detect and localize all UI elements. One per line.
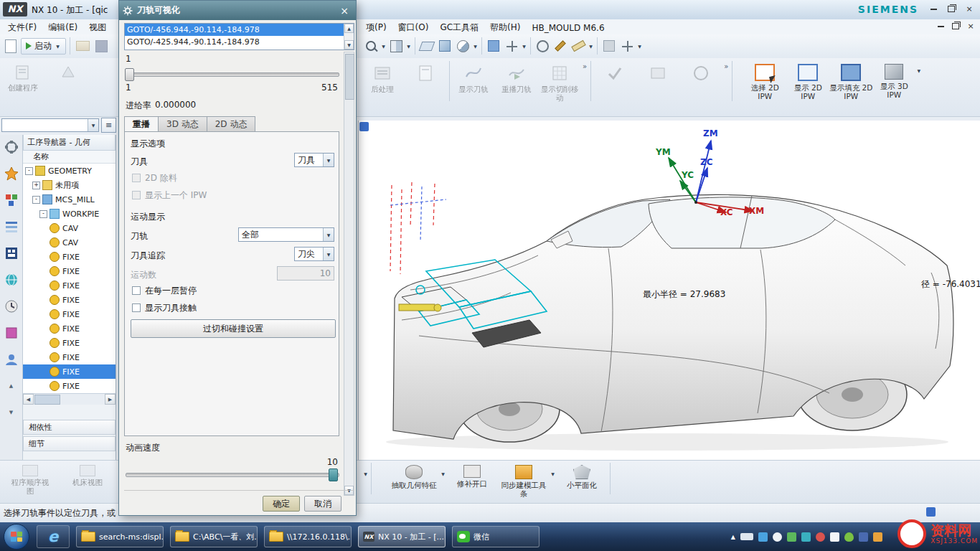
details-bar[interactable]: 细节 — [23, 436, 116, 451]
program-order-view-button[interactable]: 程序顺序视图 — [4, 463, 56, 495]
toolbar-overflow-icon[interactable]: » — [583, 62, 587, 70]
tray-shield-icon[interactable] — [844, 532, 854, 542]
dropdown-caret-icon[interactable]: ▼ — [323, 154, 334, 166]
selection-menu-button[interactable]: ≡ — [101, 118, 116, 133]
taskbar-item-search[interactable]: search-ms:displ... — [76, 526, 164, 547]
show-filled-2d-ipw-button[interactable]: 显示填充 2D IPW — [829, 61, 872, 100]
dialog-title-bar[interactable]: 刀轨可视化 × — [119, 1, 356, 20]
dialog-scrollbar[interactable]: ▼ — [344, 52, 354, 496]
dropdown-caret-icon[interactable]: ▼ — [323, 248, 334, 260]
child-minimize-button[interactable] — [934, 21, 947, 32]
history-icon[interactable] — [4, 298, 19, 314]
display-mode-icon[interactable] — [454, 37, 471, 55]
machine-view-button[interactable]: 机床视图 — [62, 463, 113, 486]
dropdown-caret-icon[interactable]: ▼ — [323, 228, 334, 241]
tree-row-geometry[interactable]: - GEOMETRY — [23, 164, 116, 178]
minimize-button[interactable] — [925, 3, 941, 15]
verify-button[interactable] — [593, 61, 636, 83]
graphics-viewport[interactable]: ZM YM YC ZC XC XM 最小半径 = 27.9683 径 = -76… — [358, 121, 980, 460]
tray-icon-teal[interactable] — [801, 532, 811, 542]
tray-show-hidden-icon[interactable]: ▲ — [731, 534, 735, 540]
tree-row-mcs-mill[interactable]: - MCS_MILL — [23, 192, 116, 207]
collapse-icon[interactable]: - — [32, 196, 40, 204]
new-file-icon[interactable] — [2, 37, 19, 55]
viewport-menu-icon[interactable] — [359, 122, 369, 131]
ie-taskbar-button[interactable]: e — [37, 525, 70, 548]
extract-geometry-button[interactable]: 抽取几何特征 — [388, 463, 440, 489]
synchronous-modeling-button[interactable]: 同步建模工具条 — [498, 463, 550, 498]
goto-list-scrollbar[interactable]: ▲ ▼ — [344, 24, 354, 50]
assembly-navigator-icon[interactable] — [4, 139, 19, 155]
tree-row-operation[interactable]: FIXE — [23, 350, 116, 364]
animation-speed-handle[interactable] — [329, 468, 338, 481]
machine-navigator-icon[interactable] — [4, 245, 19, 261]
tool-group-button[interactable] — [47, 61, 90, 81]
animation-speed-slider[interactable] — [126, 473, 339, 477]
tool-dropdown[interactable]: 刀具 ▼ — [294, 153, 334, 167]
close-button[interactable]: × — [961, 3, 977, 15]
tree-row-operation[interactable]: CAV — [23, 235, 116, 250]
resource-bar-up-icon[interactable]: ▲ — [4, 378, 19, 394]
combo-caret-icon[interactable]: ▼ — [88, 119, 98, 131]
ipw-caret-icon[interactable]: ▼ — [915, 68, 922, 73]
goto-list[interactable]: GOTO/-456.944,-90.114,-184.978 GOTO/-425… — [124, 23, 354, 50]
open-file-icon[interactable] — [74, 37, 91, 55]
menu-edit[interactable]: 编辑(E) — [43, 21, 83, 34]
scroll-left-icon[interactable]: ◀ — [23, 394, 34, 405]
playback-slider[interactable] — [126, 72, 339, 77]
process-studio-icon[interactable] — [4, 325, 19, 341]
start-orb[interactable] — [4, 524, 29, 550]
scroll-right-icon[interactable]: ▶ — [105, 394, 116, 405]
menu-help[interactable]: 帮助(H) — [485, 21, 525, 34]
orient-view-icon[interactable] — [503, 37, 520, 55]
view-grid-icon[interactable] — [387, 37, 405, 55]
menu-file[interactable]: 文件(F) — [3, 21, 42, 34]
part-navigator-icon[interactable] — [4, 192, 19, 208]
tree-row-operation[interactable]: FIXE — [23, 293, 116, 307]
show-3d-ipw-button[interactable]: 显示 3D IPW — [872, 61, 915, 99]
status-indicator-icon[interactable] — [926, 507, 936, 517]
tool-trace-dropdown[interactable]: 刀尖 ▼ — [294, 247, 334, 261]
child-close-button[interactable]: × — [964, 21, 977, 32]
taskbar-item-wechat[interactable]: 微信 — [452, 526, 540, 547]
start-button[interactable]: 启动 ▼ — [21, 38, 66, 55]
snap-point-icon[interactable] — [600, 37, 618, 55]
tree-row-operation[interactable]: FIXE — [23, 278, 116, 293]
scroll-thumb[interactable] — [345, 54, 354, 100]
toolpath-dropdown[interactable]: 全部 ▼ — [238, 227, 334, 242]
show-2d-ipw-button[interactable]: 显示 2D IPW — [786, 61, 829, 100]
machine-sim-button[interactable] — [679, 61, 722, 83]
tab-3d-dynamic[interactable]: 3D 动态 — [159, 116, 207, 132]
window-layout-icon[interactable] — [485, 37, 502, 55]
2d-removal-checkbox[interactable] — [132, 174, 141, 182]
orient-caret-icon[interactable]: ▼ — [521, 44, 527, 49]
find-command-icon[interactable] — [362, 37, 380, 55]
tray-icon-red[interactable] — [816, 532, 825, 542]
tray-keyboard-icon[interactable] — [740, 533, 753, 540]
gouge-collision-button[interactable]: 过切和碰撞设置 — [131, 319, 336, 338]
datum-plane-icon[interactable] — [418, 37, 435, 55]
sync-caret-icon[interactable]: ▼ — [550, 471, 556, 476]
show-toolpath-button[interactable]: 显示刀轨 — [452, 61, 495, 93]
constraint-icon[interactable] — [618, 37, 636, 55]
web-browser-icon[interactable] — [4, 272, 19, 288]
ok-button[interactable]: 确定 — [263, 496, 300, 512]
solid-body-icon[interactable] — [436, 37, 453, 55]
constraint-navigator-icon[interactable] — [4, 166, 19, 182]
measure-icon[interactable] — [570, 37, 587, 55]
scroll-down-icon[interactable]: ▼ — [344, 40, 354, 50]
measure-caret-icon[interactable]: ▼ — [588, 44, 594, 49]
taskbar-item-network-folder[interactable]: \\172.16.0.118\... — [264, 526, 352, 547]
tree-row-operation[interactable]: FIXE — [23, 336, 116, 350]
child-restore-button[interactable] — [949, 21, 962, 32]
menu-hb-mould[interactable]: HB_MOULD M6.6 — [527, 22, 610, 34]
scroll-track[interactable] — [344, 52, 354, 486]
tray-icon-white[interactable] — [773, 532, 782, 542]
operation-navigator-icon[interactable] — [4, 219, 19, 235]
replay-toolpath-button[interactable]: 重播刀轨 — [495, 61, 538, 93]
tab-2d-dynamic[interactable]: 2D 动态 — [207, 116, 256, 132]
navigator-column-header[interactable]: 名称 — [23, 151, 116, 164]
display-caret-icon[interactable]: ▼ — [472, 44, 479, 49]
navigator-hscrollbar[interactable]: ◀ ▶ — [23, 393, 116, 405]
tree-row-operation[interactable]: FIXE — [23, 307, 116, 321]
